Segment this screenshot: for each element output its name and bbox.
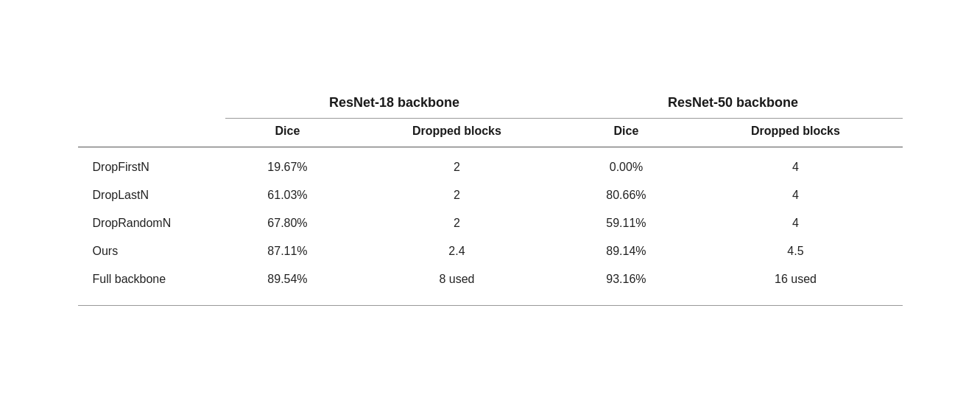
dropped18-cell: 2	[350, 181, 563, 209]
method-col-header	[78, 119, 225, 147]
dropped50-col-header: Dropped blocks	[688, 119, 902, 147]
dice18-cell: 61.03%	[225, 181, 350, 209]
dice18-cell: 89.54%	[225, 265, 350, 293]
table-row: Full backbone89.54%8 used93.16%16 used	[78, 265, 903, 293]
dropped50-cell: 4.5	[688, 237, 902, 265]
resnet18-header: ResNet-18 backbone	[225, 89, 564, 119]
dice18-col-header: Dice	[225, 119, 350, 147]
dropped50-cell: 4	[688, 181, 902, 209]
method-cell: DropFirstN	[78, 147, 225, 182]
group-header-row: ResNet-18 backbone ResNet-50 backbone	[78, 89, 903, 119]
table-row: Ours87.11%2.489.14%4.5	[78, 237, 903, 265]
method-cell: Ours	[78, 237, 225, 265]
method-cell: Full backbone	[78, 265, 225, 293]
dice50-cell: 59.11%	[563, 209, 688, 237]
dice18-cell: 87.11%	[225, 237, 350, 265]
dice50-cell: 89.14%	[563, 237, 688, 265]
dropped50-cell: 16 used	[688, 265, 902, 293]
dropped18-cell: 2	[350, 147, 563, 182]
dropped50-cell: 4	[688, 147, 902, 182]
dice50-col-header: Dice	[563, 119, 688, 147]
table-row: DropFirstN19.67%20.00%4	[78, 147, 903, 182]
bottom-border-row	[78, 293, 903, 305]
sub-header-row: Dice Dropped blocks Dice Dropped blocks	[78, 119, 903, 147]
method-cell: DropLastN	[78, 181, 225, 209]
dice50-cell: 0.00%	[563, 147, 688, 182]
dice50-cell: 93.16%	[563, 265, 688, 293]
table-row: DropLastN61.03%280.66%4	[78, 181, 903, 209]
resnet50-header: ResNet-50 backbone	[563, 89, 902, 119]
dice18-cell: 19.67%	[225, 147, 350, 182]
dropped50-cell: 4	[688, 209, 902, 237]
dropped18-cell: 2	[350, 209, 563, 237]
dropped18-cell: 8 used	[350, 265, 563, 293]
table-body: DropFirstN19.67%20.00%4DropLastN61.03%28…	[78, 147, 903, 306]
dropped18-cell: 2.4	[350, 237, 563, 265]
dice50-cell: 80.66%	[563, 181, 688, 209]
method-cell: DropRandomN	[78, 209, 225, 237]
dropped18-col-header: Dropped blocks	[350, 119, 563, 147]
empty-header	[78, 89, 225, 119]
table-container: ResNet-18 backbone ResNet-50 backbone Di…	[49, 67, 932, 328]
table-row: DropRandomN67.80%259.11%4	[78, 209, 903, 237]
dice18-cell: 67.80%	[225, 209, 350, 237]
results-table: ResNet-18 backbone ResNet-50 backbone Di…	[78, 89, 903, 306]
